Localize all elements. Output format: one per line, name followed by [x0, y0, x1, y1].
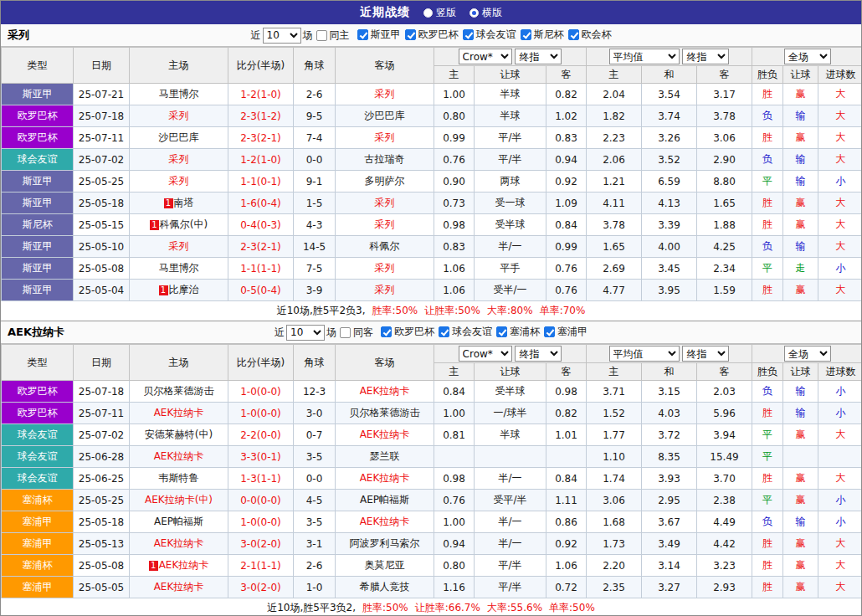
- league-filter[interactable]: 球会友谊: [463, 28, 516, 42]
- recent-count-select[interactable]: 10: [263, 28, 301, 44]
- away-team[interactable]: 沙巴巴库: [336, 105, 434, 127]
- home-team[interactable]: 韦斯特鲁: [130, 468, 228, 490]
- league-filter[interactable]: 斯亚甲: [357, 28, 401, 42]
- away-team[interactable]: AEK拉纳卡: [336, 511, 434, 533]
- score-cell[interactable]: 0-0(0-0): [228, 490, 294, 511]
- matches-table: 类型 日期 主场 比分(半场) 角球 客场 Crow* 终指 平均值 终指: [1, 47, 862, 301]
- home-team[interactable]: 1科佩尔(中): [130, 214, 228, 236]
- away-team[interactable]: AEK拉纳卡: [336, 381, 434, 403]
- avg-source-select[interactable]: 平均值: [609, 346, 680, 362]
- away-team[interactable]: 采列: [336, 258, 434, 280]
- layout-radio-vertical[interactable]: 竖版: [423, 6, 456, 20]
- score-cell[interactable]: 2-2(0-0): [228, 424, 294, 446]
- score-cell[interactable]: 1-0(0-0): [228, 511, 294, 533]
- away-team[interactable]: AEK拉纳卡: [336, 424, 434, 446]
- sub-col-goals: 进球数: [818, 66, 862, 84]
- avg-draw-cell: 6.59: [642, 171, 697, 192]
- away-team[interactable]: 古拉瑞奇: [336, 149, 434, 171]
- score-cell[interactable]: 2-1(1-1): [228, 555, 294, 577]
- result-goals-cell: 小: [818, 490, 862, 511]
- score-cell[interactable]: 1-0(0-0): [228, 403, 294, 424]
- league-filter[interactable]: 斯尼杯: [521, 28, 564, 42]
- layout-radio-horizontal[interactable]: 横版: [469, 6, 502, 20]
- home-team[interactable]: AEK拉纳卡: [130, 446, 228, 468]
- same-venue-filter[interactable]: 同主: [316, 28, 350, 43]
- avg-source-select[interactable]: 平均值: [609, 49, 680, 64]
- score-cell[interactable]: 1-2(1-0): [228, 149, 294, 171]
- odds-source-select[interactable]: Crow*: [459, 49, 512, 64]
- home-team[interactable]: 马里博尔: [130, 258, 228, 280]
- score-cell[interactable]: 3-0(2-0): [228, 533, 294, 555]
- avg-home-cell: 1.73: [587, 533, 642, 555]
- away-team[interactable]: 采列: [336, 192, 434, 214]
- odds-away-cell: [546, 446, 587, 468]
- away-team[interactable]: 贝尔格莱德游击: [336, 403, 434, 424]
- away-team[interactable]: 采列: [336, 280, 434, 301]
- away-team[interactable]: 瑟兰联: [336, 446, 434, 468]
- home-team[interactable]: 采列: [130, 105, 228, 127]
- full-match-select[interactable]: 全场: [784, 49, 831, 64]
- home-team[interactable]: 沙巴巴库: [130, 127, 228, 149]
- league-filter[interactable]: 球会友谊: [439, 325, 492, 339]
- home-team[interactable]: AEK拉纳卡: [130, 533, 228, 555]
- league-filter[interactable]: 欧会杯: [568, 28, 612, 42]
- home-team[interactable]: AEK拉纳卡(中): [130, 490, 228, 511]
- home-team[interactable]: AEK拉纳卡: [130, 577, 228, 598]
- odds-time-select[interactable]: 终指: [515, 49, 562, 64]
- score-cell[interactable]: 0-4(0-3): [228, 214, 294, 236]
- away-team[interactable]: 希腊人竞技: [336, 577, 434, 598]
- league-filter[interactable]: 欧罗巴杯: [405, 28, 459, 42]
- home-team[interactable]: 采列: [130, 236, 228, 258]
- score-cell[interactable]: 3-3(0-1): [228, 446, 294, 468]
- home-team[interactable]: 1AEK拉纳卡: [130, 555, 228, 577]
- score-cell[interactable]: 1-3(1-1): [228, 468, 294, 490]
- home-team[interactable]: 采列: [130, 149, 228, 171]
- same-venue-filter[interactable]: 同客: [340, 326, 373, 340]
- league-filter[interactable]: 欧罗巴杯: [381, 325, 434, 339]
- col-away: 客场: [336, 345, 434, 381]
- score-cell[interactable]: 1-6(0-4): [228, 192, 294, 214]
- away-team[interactable]: 采列: [336, 84, 434, 105]
- radio-vertical-label: 竖版: [436, 6, 456, 20]
- away-team[interactable]: 科佩尔: [336, 236, 434, 258]
- score-cell[interactable]: 1-1(1-1): [228, 258, 294, 280]
- avg-draw-cell: 3.74: [642, 105, 697, 127]
- away-team[interactable]: 采列: [336, 127, 434, 149]
- score-cell[interactable]: 2-3(1-2): [228, 105, 294, 127]
- avg-time-select[interactable]: 终指: [682, 346, 729, 362]
- away-team[interactable]: AEP帕福斯: [336, 490, 434, 511]
- home-team[interactable]: AEK拉纳卡: [130, 403, 228, 424]
- score-cell[interactable]: 1-2(1-0): [228, 84, 294, 105]
- score-cell[interactable]: 3-0(2-0): [228, 577, 294, 598]
- away-team[interactable]: 采列: [336, 214, 434, 236]
- avg-away-cell: 1.65: [697, 192, 752, 214]
- home-team[interactable]: 1比摩治: [130, 280, 228, 301]
- home-team[interactable]: 安德莱赫特(中): [130, 424, 228, 446]
- home-team[interactable]: 贝尔格莱德游击: [130, 381, 228, 403]
- score-cell[interactable]: 1-0(0-0): [228, 381, 294, 403]
- score-cell[interactable]: 1-1(0-1): [228, 171, 294, 192]
- checkbox-icon: [316, 30, 327, 41]
- home-team[interactable]: 1南塔: [130, 192, 228, 214]
- odds-source-select[interactable]: Crow*: [459, 346, 512, 362]
- checkbox-icon: [357, 29, 368, 40]
- away-team[interactable]: 阿波罗利马索尔: [336, 533, 434, 555]
- league-filter[interactable]: 塞浦甲: [544, 325, 587, 339]
- away-team[interactable]: 奥莫尼亚: [336, 555, 434, 577]
- away-team[interactable]: AEK拉纳卡: [336, 468, 434, 490]
- score-cell[interactable]: 0-5(0-4): [228, 280, 294, 301]
- league-filter[interactable]: 塞浦杯: [496, 325, 540, 339]
- avg-time-select[interactable]: 终指: [682, 49, 729, 64]
- corners-cell: 7-5: [294, 258, 336, 280]
- score-cell[interactable]: 2-3(2-1): [228, 127, 294, 149]
- recent-count-select[interactable]: 10: [286, 325, 325, 341]
- home-team[interactable]: 采列: [130, 171, 228, 192]
- result-handicap-cell: 输: [783, 171, 818, 192]
- home-team[interactable]: 马里博尔: [130, 84, 228, 105]
- score-cell[interactable]: 2-3(2-1): [228, 236, 294, 258]
- avg-draw-cell: 3.15: [642, 381, 697, 403]
- home-team[interactable]: AEP帕福斯: [130, 511, 228, 533]
- odds-time-select[interactable]: 终指: [515, 346, 562, 362]
- full-match-select[interactable]: 全场: [784, 346, 831, 362]
- away-team[interactable]: 多明萨尔: [336, 171, 434, 192]
